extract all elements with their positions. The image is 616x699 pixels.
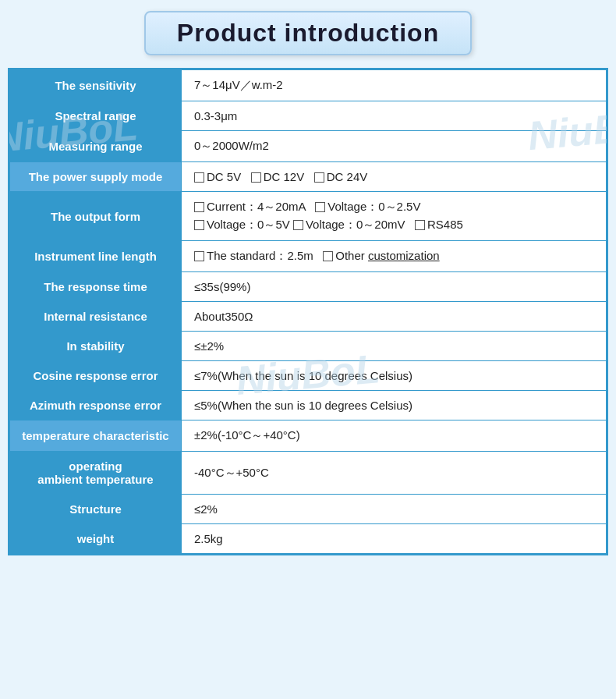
table-row: Internal resistance About350Ω: [10, 302, 607, 332]
row-value-temp-char: ±2%(-10°C～+40°C): [182, 420, 607, 452]
title-container: Product introduction: [8, 8, 608, 59]
checkbox-icon: [315, 202, 325, 212]
row-label-resistance: Internal resistance: [10, 302, 182, 332]
row-label-weight: weight: [10, 524, 182, 554]
page-title: Product introduction: [177, 19, 439, 47]
row-value-response: ≤35s(99%): [182, 272, 607, 302]
row-label-measuring: Measuring range: [10, 131, 182, 162]
table-row: The output form Current：4～20mA Voltage：0…: [10, 192, 607, 241]
table-row: weight 2.5kg: [10, 524, 607, 554]
table-row: operatingambient temperature -40°C～+50°C: [10, 452, 607, 495]
row-label-structure: Structure: [10, 495, 182, 524]
row-value-stability: ≤±2%: [182, 332, 607, 361]
row-value-output: Current：4～20mA Voltage：0～2.5V Voltage：0～…: [182, 192, 607, 241]
row-label-spectral: Spectral range: [10, 101, 182, 131]
row-label-response: The response time: [10, 272, 182, 302]
row-value-spectral: 0.3-3μm: [182, 101, 607, 131]
row-label-azimuth: Azimuth response error: [10, 391, 182, 420]
checkbox-icon: [194, 251, 204, 261]
checkbox-icon: [194, 172, 204, 183]
row-value-ambient: -40°C～+50°C: [182, 452, 607, 495]
row-label-instrument: Instrument line length: [10, 241, 182, 272]
row-value-measuring: 0～2000W/m2: [182, 131, 607, 162]
row-value-structure: ≤2%: [182, 495, 607, 524]
table-row: The sensitivity 7～14μV／w.m-2: [10, 70, 607, 101]
output-line-2: Voltage：0～5V Voltage：0～20mV RS485: [194, 218, 593, 232]
row-label-output: The output form: [10, 192, 182, 241]
table-row: Cosine response error ≤7%(When the sun i…: [10, 361, 607, 391]
table-row: temperature characteristic ±2%(-10°C～+40…: [10, 420, 607, 452]
row-value-power: DC 5V DC 12V DC 24V: [182, 162, 607, 192]
checkbox-icon: [251, 172, 261, 183]
table-row: Measuring range 0～2000W/m2: [10, 131, 607, 162]
row-label-cosine: Cosine response error: [10, 361, 182, 391]
checkbox-icon: [323, 251, 333, 261]
row-value-azimuth: ≤5%(When the sun is 10 degrees Celsius): [182, 391, 607, 420]
table-row: Spectral range 0.3-3μm: [10, 101, 607, 131]
row-label-sensitivity: The sensitivity: [10, 70, 182, 101]
output-line-1: Current：4～20mA Voltage：0～2.5V: [194, 200, 593, 215]
customization-link: customization: [368, 249, 440, 262]
page-wrapper: Product introduction NiuBoL NiuB NiuBoL …: [8, 8, 608, 555]
row-label-temp-char: temperature characteristic: [10, 420, 182, 452]
table-wrapper: NiuBoL NiuB NiuBoL The sensitivity 7～14μ…: [8, 68, 608, 555]
checkbox-icon: [194, 220, 204, 230]
checkbox-icon: [293, 220, 303, 230]
checkbox-icon: [194, 202, 204, 212]
row-value-resistance: About350Ω: [182, 302, 607, 332]
row-label-power: The power supply mode: [10, 162, 182, 192]
row-value-cosine: ≤7%(When the sun is 10 degrees Celsius): [182, 361, 607, 391]
title-box: Product introduction: [144, 11, 472, 55]
table-row: The response time ≤35s(99%): [10, 272, 607, 302]
row-value-sensitivity: 7～14μV／w.m-2: [182, 70, 607, 101]
table-row: Structure ≤2%: [10, 495, 607, 524]
row-value-weight: 2.5kg: [182, 524, 607, 554]
spec-table: The sensitivity 7～14μV／w.m-2 Spectral ra…: [9, 69, 607, 554]
table-row: Azimuth response error ≤5%(When the sun …: [10, 391, 607, 420]
row-label-stability: In stability: [10, 332, 182, 361]
checkbox-icon: [314, 172, 324, 183]
table-row: In stability ≤±2%: [10, 332, 607, 361]
row-label-ambient: operatingambient temperature: [10, 452, 182, 495]
table-row: Instrument line length The standard：2.5m…: [10, 241, 607, 272]
row-value-instrument: The standard：2.5m Other customization: [182, 241, 607, 272]
table-row: The power supply mode DC 5V DC 12V DC 24…: [10, 162, 607, 192]
checkbox-icon: [415, 220, 425, 230]
